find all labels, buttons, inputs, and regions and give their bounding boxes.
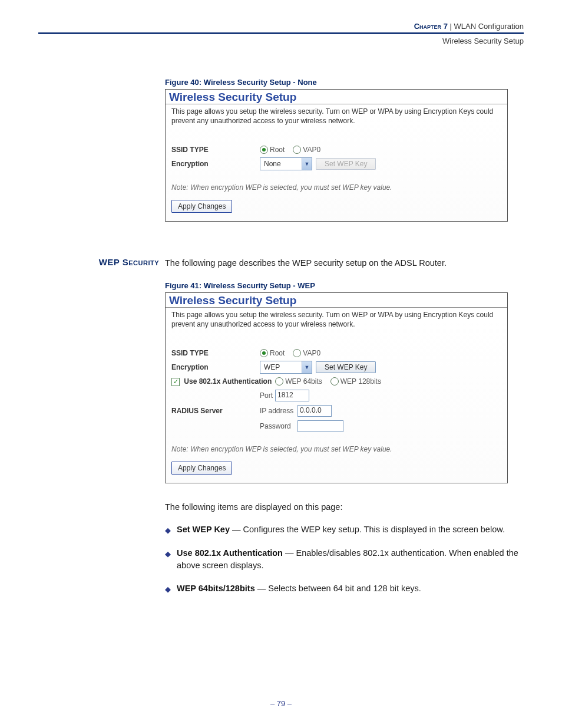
- ssid-root-label: Root: [270, 146, 285, 154]
- ssid-root-radio[interactable]: [260, 146, 268, 154]
- page-header: Chapter 7 | WLAN Configuration: [38, 21, 524, 34]
- wep-128bits-radio[interactable]: [330, 377, 339, 386]
- list-item: ◆ Use 802.1x Authentication — Enables/di…: [165, 547, 524, 572]
- encryption-value: WEP: [260, 363, 302, 371]
- encryption-select[interactable]: None ▼: [260, 157, 312, 170]
- panel-title: Wireless Security Setup: [166, 90, 507, 104]
- header-subsection: Wireless Security Setup: [38, 37, 524, 45]
- diamond-icon: ◆: [165, 549, 171, 560]
- encryption-select[interactable]: WEP ▼: [260, 361, 312, 374]
- use-8021x-checkbox[interactable]: ✓: [171, 378, 180, 386]
- wep-security-text: The following page describes the WEP sec…: [165, 257, 524, 269]
- chevron-down-icon: ▼: [302, 361, 312, 373]
- figure-41-panel: Wireless Security Setup This page allows…: [165, 292, 508, 483]
- ip-address-label: IP address: [260, 407, 295, 415]
- use-8021x-label: Use 802.1x Authentication: [184, 377, 272, 386]
- figure-40-panel: Wireless Security Setup This page allows…: [165, 89, 508, 222]
- port-input[interactable]: 1812: [275, 390, 309, 401]
- encryption-value: None: [260, 160, 302, 168]
- diamond-icon: ◆: [165, 525, 171, 536]
- list-item: ◆ WEP 64bits/128bits — Selects between 6…: [165, 582, 524, 595]
- ssid-vap0-radio[interactable]: [293, 349, 301, 357]
- password-label: Password: [260, 422, 295, 430]
- list-item: ◆ Set WEP Key — Configures the WEP key s…: [165, 523, 524, 536]
- header-section: WLAN Configuration: [454, 22, 524, 31]
- bullet-list: ◆ Set WEP Key — Configures the WEP key s…: [165, 523, 524, 595]
- items-intro: The following items are displayed on thi…: [165, 501, 524, 513]
- radius-server-label: RADIUS Server: [171, 407, 260, 415]
- encryption-label: Encryption: [171, 363, 260, 371]
- wep-note: Note: When encryption WEP is selected, y…: [171, 183, 501, 192]
- ssid-type-label: SSID TYPE: [171, 146, 260, 154]
- wep-note: Note: When encryption WEP is selected, y…: [171, 445, 501, 453]
- diamond-icon: ◆: [165, 584, 171, 595]
- ssid-root-radio[interactable]: [260, 349, 268, 357]
- encryption-label: Encryption: [171, 160, 260, 168]
- ssid-vap0-label: VAP0: [303, 146, 320, 154]
- password-input[interactable]: [297, 420, 343, 432]
- chevron-down-icon: ▼: [302, 158, 312, 170]
- panel-title: Wireless Security Setup: [166, 293, 507, 308]
- apply-changes-button[interactable]: Apply Changes: [171, 462, 232, 475]
- set-wep-key-button[interactable]: Set WEP Key: [316, 361, 376, 373]
- figure-41-caption: Figure 41: Wireless Security Setup - WEP: [165, 281, 524, 290]
- apply-changes-button[interactable]: Apply Changes: [171, 200, 232, 213]
- panel-description: This page allows you setup the wireless …: [171, 310, 501, 329]
- wep-64bits-radio[interactable]: [275, 377, 283, 386]
- set-wep-key-button[interactable]: Set WEP Key: [316, 158, 376, 170]
- wep-security-heading: WEP Security: [38, 257, 165, 269]
- panel-description: This page allows you setup the wireless …: [171, 107, 501, 126]
- page-number: – 79 –: [0, 699, 562, 708]
- ssid-vap0-radio[interactable]: [293, 146, 301, 154]
- ssid-vap0-label: VAP0: [303, 349, 320, 357]
- ssid-type-label: SSID TYPE: [171, 349, 260, 357]
- ip-address-input[interactable]: 0.0.0.0: [297, 405, 332, 417]
- wep-64bits-label: WEP 64bits: [285, 377, 322, 386]
- port-label: Port: [260, 391, 273, 400]
- ssid-root-label: Root: [270, 349, 285, 357]
- chapter-label: Chapter 7: [414, 22, 448, 31]
- header-separator: |: [448, 22, 454, 31]
- wep-128bits-label: WEP 128bits: [340, 377, 381, 386]
- figure-40-caption: Figure 40: Wireless Security Setup - Non…: [165, 78, 524, 87]
